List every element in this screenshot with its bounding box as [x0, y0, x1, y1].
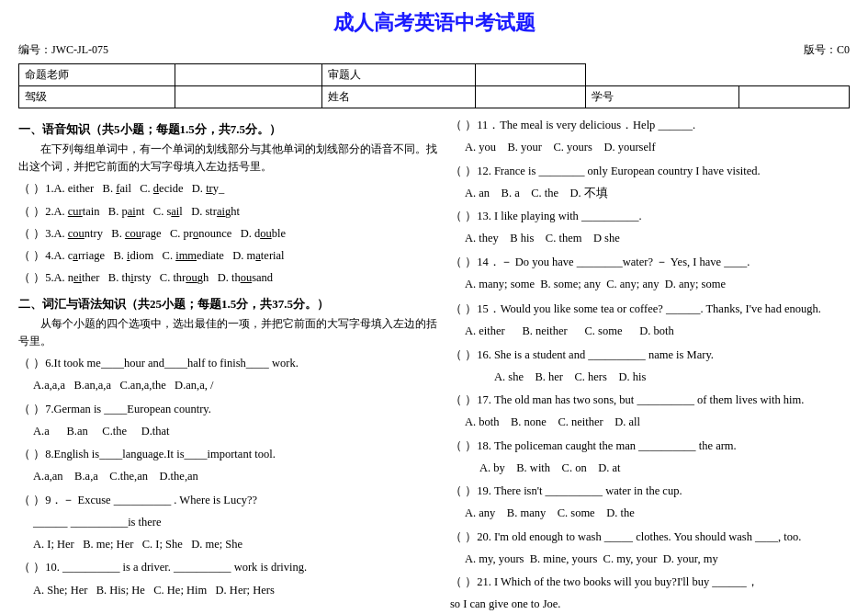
- rq15: （ ）15．Would you like some tea or coffee?…: [450, 300, 850, 319]
- rq18-opts: A. by B. with C. on D. at: [450, 459, 850, 478]
- q9-cont: ______ __________is there: [18, 513, 441, 532]
- info-table: 命题老师 审题人 驾级 姓名 学号: [18, 63, 850, 108]
- rq11-opts: A. you B. your C. yours D. yourself: [450, 138, 850, 157]
- value-teacher: [175, 64, 321, 86]
- meta-row: 编号：JWC-JL-075 版号：C0: [18, 42, 850, 58]
- rq17: （ ）17. The old man has two sons, but ___…: [450, 391, 850, 410]
- rq15-opts: A. either B. neither C. some D. both: [450, 322, 850, 341]
- rq12-opts: A. an B. a C. the D. 不填: [450, 184, 850, 203]
- rq13-opts: A. they B his C. them D she: [450, 229, 850, 248]
- label-name: 姓名: [321, 86, 475, 108]
- label-reviewer: 审题人: [321, 64, 475, 86]
- label-id: 学号: [585, 86, 738, 108]
- left-column: 一、语音知识（共5小题；每题1.5分，共7.5分。） 在下列每组单词中，有一个单…: [18, 116, 441, 614]
- q8: （ ）8.English is____language.It is____imp…: [18, 445, 441, 464]
- rq19-opts: A. any B. many C. some D. the: [450, 504, 850, 523]
- q5: （ ）5.A. neither B. thirsty C. through D.…: [18, 268, 441, 288]
- rq14-opts: A. many; some B. some; any C. any; any D…: [450, 275, 850, 294]
- page-title: 成人高考英语中考试题: [18, 9, 850, 37]
- q10: （ ）10. __________ is a driver. _________…: [18, 558, 441, 577]
- rq20-opts: A. my, yours B. mine, yours C. my, your …: [450, 550, 850, 569]
- value-level: [175, 86, 321, 108]
- section1-desc: 在下列每组单词中，有一个单词的划线部分与其他单词的划线部分的语音不同。找出这个词…: [18, 141, 441, 176]
- rq18: （ ）18. The policeman caught the man ____…: [450, 437, 850, 456]
- value-reviewer: [475, 64, 585, 86]
- rq20: （ ）20. I'm old enough to wash _____ clot…: [450, 528, 850, 547]
- value-name: [475, 86, 585, 108]
- page-container: 成人高考英语中考试题 编号：JWC-JL-075 版号：C0 命题老师 审题人 …: [18, 9, 850, 614]
- q1: （ ）1.A. either B. fail C. decide D. try_: [18, 179, 441, 199]
- rq19: （ ）19. There isn't __________ water in t…: [450, 482, 850, 501]
- code-left: 编号：JWC-JL-075: [18, 42, 108, 58]
- code-right: 版号：C0: [804, 42, 850, 58]
- label-level: 驾级: [19, 86, 175, 108]
- right-column: （ ）11．The meal is very delicious．Help __…: [450, 116, 850, 614]
- rq12: （ ）12. France is ________ only European …: [450, 162, 850, 181]
- rq21: （ ）21. I Which of the two books will you…: [450, 573, 850, 592]
- rq11: （ ）11．The meal is very delicious．Help __…: [450, 116, 850, 135]
- section2-desc: 从每个小题的四个选项中，选出最佳的一项，并把它前面的大写字母填入左边的括号里。: [18, 315, 441, 350]
- section1-title: 一、语音知识（共5小题；每题1.5分，共7.5分。）: [18, 121, 441, 138]
- q7: （ ）7.German is ____European country.: [18, 400, 441, 419]
- rq17-opts: A. both B. none C. neither D. all: [450, 413, 850, 432]
- q2: （ ）2.A. curtain B. paint C. sail D. stra…: [18, 202, 441, 222]
- q6-opts: A.a,a,a B.an,a,a C.an,a,the D.an,a, /: [18, 376, 441, 395]
- rq14: （ ）14．－ Do you have ________water? － Yes…: [450, 253, 850, 272]
- rq21-cont: so I can give one to Joe.: [450, 595, 850, 614]
- q4: （ ）4.A. carriage B. idiom C. immediate D…: [18, 246, 441, 266]
- content-wrapper: 一、语音知识（共5小题；每题1.5分，共7.5分。） 在下列每组单词中，有一个单…: [18, 116, 850, 614]
- q3: （ ）3.A. country B. courage C. pronounce …: [18, 224, 441, 244]
- q10-opts: A. She; Her B. His; He C. He; Him D. Her…: [18, 581, 441, 600]
- rq16-opts: A. she B. her C. hers D. his: [450, 368, 850, 387]
- q9: （ ）9．－ Excuse __________ . Where is Lucy…: [18, 491, 441, 510]
- q9-opts: A. I; Her B. me; Her C. I; She D. me; Sh…: [18, 535, 441, 554]
- value-id: [739, 86, 850, 108]
- rq16: （ ）16. She is a student and __________ n…: [450, 346, 850, 365]
- label-teacher: 命题老师: [19, 64, 175, 86]
- q6: （ ）6.It took me____hour and____half to f…: [18, 354, 441, 373]
- rq13: （ ）13. I like playing with __________.: [450, 207, 850, 226]
- q7-opts: A.a B.an C.the D.that: [18, 422, 441, 441]
- section2-title: 二、词汇与语法知识（共25小题；每题1.5分，共37.5分。）: [18, 296, 441, 313]
- q8-opts: A.a,an B.a,a C.the,an D.the,an: [18, 467, 441, 486]
